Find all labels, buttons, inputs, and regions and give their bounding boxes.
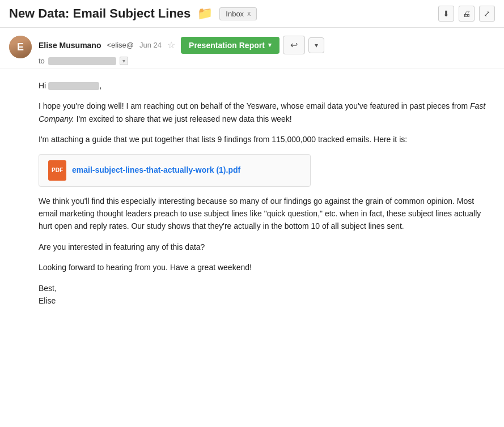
email-header: E Elise Musumano <elise@ Jun 24 ☆ Presen… — [0, 28, 504, 69]
attachment-box[interactable]: PDF email-subject-lines-that-actually-wo… — [39, 154, 311, 187]
to-recipient-redacted — [48, 57, 116, 65]
print-icon: 🖨 — [463, 9, 471, 18]
email-body: Hi , I hope you're doing well! I am reac… — [0, 69, 504, 317]
email-meta-row: Elise Musumano <elise@ Jun 24 ☆ Presenta… — [39, 36, 495, 54]
reply-icon: ↩ — [290, 40, 298, 50]
to-dropdown-chevron[interactable]: ▾ — [120, 57, 128, 65]
to-row: to ▾ — [39, 57, 495, 65]
attachment-link[interactable]: email-subject-lines-that-actually-work (… — [72, 164, 240, 176]
email-subject: New Data: Email Subject Lines — [9, 6, 190, 21]
email-date: Jun 24 — [139, 41, 162, 49]
fullscreen-button[interactable]: ⤢ — [479, 6, 495, 22]
inbox-label: Inbox — [226, 10, 244, 18]
download-icon: ⬇ — [443, 9, 450, 18]
body-paragraph-1: I hope you're doing well! I am reaching … — [39, 100, 495, 125]
header-right: Presentation Report ▾ ↩ ▾ — [181, 36, 324, 54]
inbox-close-icon[interactable]: x — [247, 10, 251, 18]
sign-off: Best, Elise — [39, 282, 495, 308]
star-icon[interactable]: ☆ — [167, 40, 175, 50]
body-paragraph-5: Looking forward to hearing from you. Hav… — [39, 261, 495, 274]
presentation-dropdown-arrow: ▾ — [268, 41, 272, 49]
to-label: to — [39, 57, 45, 65]
print-button[interactable]: 🖨 — [459, 6, 475, 22]
presentation-report-label: Presentation Report — [189, 41, 265, 50]
folder-icon: 📁 — [197, 6, 213, 21]
sender-name: Elise Musumano — [39, 41, 101, 50]
pdf-icon: PDF — [48, 160, 66, 181]
recipient-name-redacted — [48, 82, 99, 90]
download-button[interactable]: ⬇ — [438, 6, 454, 22]
email-meta: Elise Musumano <elise@ Jun 24 ☆ Presenta… — [39, 36, 495, 65]
greeting-text: Hi — [39, 81, 46, 90]
top-bar-actions: ⬇ 🖨 ⤢ — [438, 6, 495, 22]
inbox-tab[interactable]: Inbox x — [219, 7, 257, 20]
fullscreen-icon: ⤢ — [484, 9, 490, 18]
top-bar: New Data: Email Subject Lines 📁 Inbox x … — [0, 0, 504, 28]
body-paragraph-3: We think you'll find this especially int… — [39, 195, 495, 233]
presentation-report-button[interactable]: Presentation Report ▾ — [181, 37, 279, 54]
greeting-line: Hi , — [39, 79, 495, 92]
sender-email: <elise@ — [107, 41, 134, 49]
dropdown-icon: ▾ — [315, 41, 318, 49]
body-paragraph-4: Are you interested in featuring any of t… — [39, 241, 495, 253]
sender-avatar: E — [9, 36, 32, 58]
reply-button[interactable]: ↩ — [283, 36, 305, 54]
more-options-button[interactable]: ▾ — [308, 37, 324, 53]
body-paragraph-2: I'm attaching a guide that we put togeth… — [39, 133, 495, 146]
